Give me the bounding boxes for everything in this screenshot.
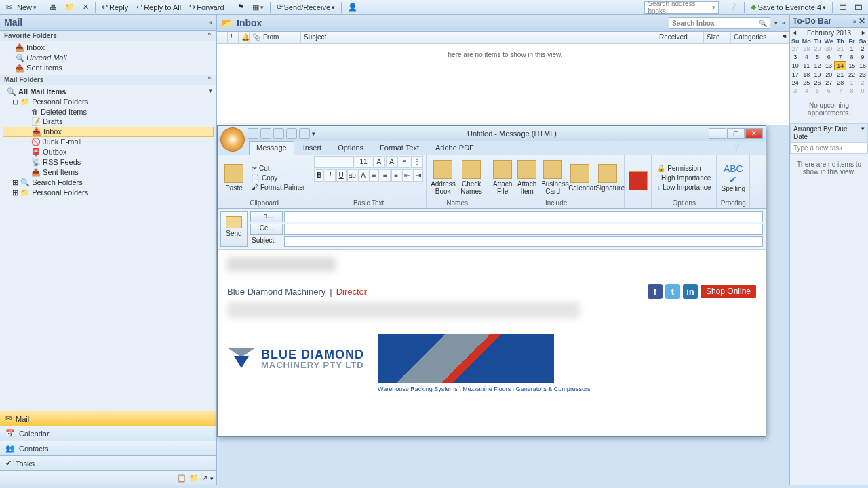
print-button[interactable]: 🖶 (46, 2, 60, 13)
search-folders[interactable]: ⊞ 🔍 Search Folders (3, 178, 214, 188)
attach-item-button[interactable]: Attach Item (515, 159, 538, 197)
message-body[interactable]: Blue Diamond Machinery | Director f t in… (218, 250, 766, 436)
close-todo-icon[interactable]: ✕ (859, 16, 865, 26)
col-icon[interactable] (217, 32, 228, 43)
align-right-button[interactable]: ≡ (391, 169, 401, 182)
next-month-icon[interactable]: ► (861, 29, 867, 37)
send-button[interactable]: Send (220, 211, 248, 247)
find-contact-button[interactable]: 👤 (344, 1, 361, 13)
high-importance-button[interactable]: !High Importance (654, 174, 713, 182)
task-arrange-header[interactable]: Arranged By: Due Date▾ (790, 123, 868, 142)
cc-field[interactable] (284, 224, 763, 235)
expand-todo-icon[interactable]: » (853, 18, 856, 25)
folder-sent[interactable]: 📤 Sent Items (3, 167, 214, 178)
extra-button-1[interactable]: 🗔 (835, 2, 850, 13)
col-importance[interactable]: ! (228, 32, 239, 43)
format-painter-button[interactable]: 🖌Format Painter (249, 183, 308, 192)
permission-button[interactable]: 🔒Permission (654, 164, 713, 173)
font-size-selector[interactable]: 11 (355, 156, 372, 168)
delete-button[interactable]: ✕ (79, 1, 92, 13)
move-button[interactable]: 📁 (62, 1, 78, 13)
search-inbox-input[interactable]: Search Inbox🔍 (669, 17, 770, 29)
paste-button[interactable]: Paste (220, 163, 248, 193)
col-subject[interactable]: Subject (301, 32, 656, 43)
grow-font-button[interactable]: A (373, 156, 385, 168)
fav-unread[interactable]: 🔍 Unread Mail (3, 53, 214, 63)
to-button[interactable]: To... (250, 211, 283, 222)
search-address-books[interactable]: Search address books▾ (644, 1, 719, 14)
fav-sent[interactable]: 📤 Sent Items (3, 63, 214, 73)
bullets-button[interactable]: ≡ (399, 156, 411, 168)
send-receive-button[interactable]: ⟳Send/Receive▾ (273, 1, 339, 13)
folder-outbox[interactable]: 📮 Outbox (3, 147, 214, 157)
indent-dec-button[interactable]: ⇤ (402, 169, 412, 182)
qat-next-icon[interactable] (299, 128, 310, 139)
new-button[interactable]: ✉New▾ (3, 1, 40, 14)
qat-prev-icon[interactable] (286, 128, 297, 139)
flag-button[interactable]: ⚑ (234, 1, 248, 13)
attach-file-button[interactable]: Attach File (491, 159, 514, 197)
minimize-button[interactable]: — (709, 128, 726, 139)
personal-folders[interactable]: ⊟ 📁 Personal Folders (3, 97, 214, 107)
font-selector[interactable] (314, 156, 354, 168)
shrink-font-button[interactable]: A (386, 156, 398, 168)
col-flag[interactable]: ⚑ (778, 32, 789, 43)
low-importance-button[interactable]: ↓Low Importance (654, 183, 713, 192)
reply-all-button[interactable]: ↩Reply to All (133, 1, 184, 13)
help-button[interactable]: ❔ (725, 1, 741, 13)
calendar-today[interactable]: 14 (835, 62, 846, 70)
tab-adobe-pdf[interactable]: Adobe PDF (428, 141, 481, 155)
mail-folders-header[interactable]: Mail Folders⌃ (0, 75, 216, 85)
col-from[interactable]: From (260, 32, 301, 43)
folder-junk[interactable]: 🚫 Junk E-mail (3, 137, 214, 147)
to-field[interactable] (284, 211, 763, 222)
address-book-button[interactable]: Address Book (429, 159, 456, 197)
maximize-button[interactable]: ▢ (727, 128, 745, 139)
search-icon[interactable]: 🔍 (759, 20, 767, 27)
extra-button-2[interactable]: 🗔 (851, 2, 865, 13)
indent-inc-button[interactable]: ⇥ (413, 169, 423, 182)
qat-redo-icon[interactable] (273, 128, 284, 139)
cc-button[interactable]: Cc... (250, 224, 283, 235)
office-button[interactable] (220, 127, 245, 152)
calendar-button[interactable]: Calendar (567, 163, 593, 193)
qat-save-icon[interactable] (248, 128, 258, 139)
cut-button[interactable]: ✂Cut (249, 164, 308, 173)
numbering-button[interactable]: ⋮ (411, 156, 423, 168)
notes-shortcut-icon[interactable]: 📋 (177, 474, 186, 483)
search-dropdown-icon[interactable]: ▾ (774, 20, 778, 26)
folder-inbox[interactable]: 📥 Inbox (3, 127, 214, 137)
ribbon-help-icon[interactable]: ❔ (728, 141, 745, 155)
col-categories[interactable]: Categories (731, 32, 778, 43)
new-task-input[interactable]: Type a new task (790, 142, 868, 154)
bold-button[interactable]: B (314, 169, 324, 182)
align-center-button[interactable]: ≡ (380, 169, 390, 182)
tab-message[interactable]: Message (249, 141, 294, 155)
copy-button[interactable]: 📄Copy (249, 174, 308, 182)
personal-folders-2[interactable]: ⊞ 📁 Personal Folders (3, 188, 214, 198)
align-left-button[interactable]: ≡ (369, 169, 379, 182)
col-reminder[interactable]: 🔔 (239, 32, 250, 43)
folder-shortcut-icon[interactable]: 📁 (189, 474, 199, 483)
collapse-list-icon[interactable]: « (782, 20, 785, 26)
tab-insert[interactable]: Insert (296, 141, 330, 155)
nav-mail-button[interactable]: ✉Mail (0, 411, 216, 426)
facebook-icon[interactable]: f (648, 284, 663, 299)
business-card-button[interactable]: Business Card (540, 159, 566, 197)
col-attachment[interactable]: 📎 (250, 32, 260, 43)
highlight-button[interactable]: ab (347, 169, 357, 182)
forward-button[interactable]: ↪Forward (186, 1, 227, 13)
spelling-button[interactable]: ABC✔Spelling (719, 162, 747, 194)
col-received[interactable]: Received (656, 32, 704, 43)
save-evernote-button[interactable]: ◆Save to Evernote 4▾ (747, 1, 829, 13)
shortcuts-icon[interactable]: ↗ (201, 474, 208, 483)
all-mail-items[interactable]: 🔍 All Mail Items ▾ (3, 87, 214, 97)
collapse-nav-icon[interactable]: « (209, 19, 212, 26)
configure-buttons-icon[interactable]: ▾ (210, 475, 214, 482)
shop-online-button[interactable]: Shop Online (701, 285, 756, 298)
check-names-button[interactable]: Check Names (458, 159, 485, 197)
nav-calendar-button[interactable]: 📅Calendar (0, 426, 216, 441)
close-button[interactable]: ✕ (745, 128, 763, 139)
linkedin-icon[interactable]: in (683, 284, 698, 299)
underline-button[interactable]: U (336, 169, 347, 182)
